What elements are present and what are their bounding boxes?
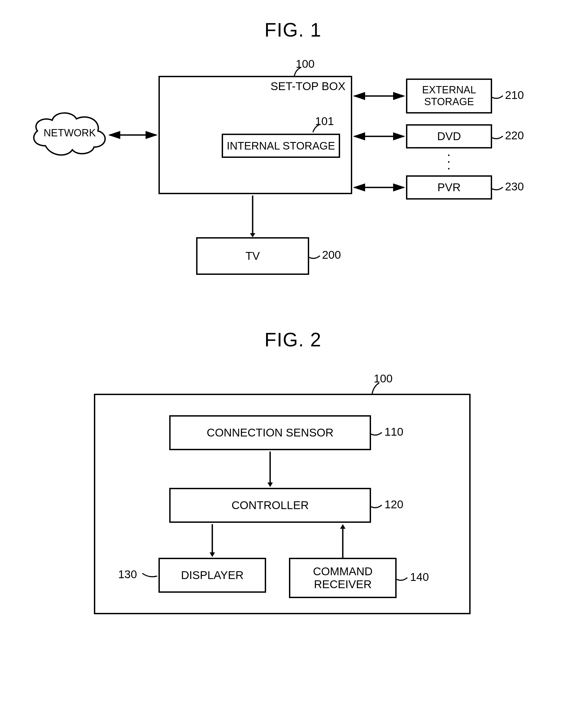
leader-220	[492, 132, 506, 143]
leader-130	[142, 571, 158, 581]
command-receiver-label: COMMAND RECEIVER	[313, 565, 373, 591]
external-storage-label: EXTERNAL STORAGE	[422, 84, 476, 108]
leader-200	[309, 252, 323, 263]
ref-230: 230	[505, 180, 524, 193]
figure-2-title: FIG. 2	[11, 329, 575, 351]
arrow-controller-displayer	[207, 523, 218, 561]
leader-101	[311, 124, 321, 137]
ref-220: 220	[505, 129, 524, 142]
arrow-settop-dvd	[352, 131, 406, 142]
controller-label: CONTROLLER	[231, 499, 309, 512]
set-top-box: SET-TOP BOX INTERNAL STORAGE	[158, 76, 352, 194]
leader-110	[371, 429, 384, 439]
ellipsis-dots: ···	[447, 151, 451, 171]
arrow-cmdrecv-controller	[337, 523, 348, 561]
arrow-settop-pvr	[352, 182, 406, 193]
figure-1-title: FIG. 1	[11, 19, 575, 41]
pvr-label: PVR	[437, 181, 461, 194]
arrow-network-settop	[107, 130, 161, 140]
displayer-label: DISPLAYER	[181, 569, 244, 582]
connection-sensor-box: CONNECTION SENSOR	[169, 415, 371, 450]
arrow-cs-controller	[265, 450, 276, 491]
leader-120	[371, 501, 384, 512]
set-top-box-label: SET-TOP BOX	[271, 80, 346, 93]
command-receiver-box: COMMAND RECEIVER	[289, 558, 397, 598]
ref-120: 120	[384, 498, 403, 511]
ref-130: 130	[118, 568, 137, 581]
leader-100	[293, 67, 303, 80]
arrow-settop-tv	[247, 194, 258, 240]
external-storage-box: EXTERNAL STORAGE	[406, 79, 492, 113]
fig2-leader-100	[371, 383, 380, 396]
figure-1-diagram: NETWORK SET-TOP BOX INTERNAL STORAGE 100…	[24, 54, 562, 296]
connection-sensor-label: CONNECTION SENSOR	[207, 426, 333, 439]
ref-110: 110	[384, 425, 403, 438]
network-cloud: NETWORK	[29, 108, 110, 159]
displayer-box: DISPLAYER	[158, 558, 266, 593]
leader-210	[492, 92, 506, 103]
network-label: NETWORK	[44, 127, 96, 139]
internal-storage-box: INTERNAL STORAGE	[222, 134, 340, 158]
pvr-box: PVR	[406, 175, 492, 200]
internal-storage-label: INTERNAL STORAGE	[227, 139, 335, 152]
tv-box: TV	[196, 237, 309, 275]
arrow-settop-extstorage	[352, 90, 406, 101]
tv-label: TV	[246, 250, 260, 262]
controller-box: CONTROLLER	[169, 488, 371, 523]
ref-210: 210	[505, 89, 524, 102]
dvd-label: DVD	[437, 130, 461, 143]
ref-200: 200	[322, 249, 341, 261]
figure-2-diagram: 100 CONNECTION SENSOR 110 CONTROLLER 120…	[24, 364, 562, 639]
ref-140: 140	[410, 571, 429, 583]
leader-230	[492, 183, 506, 194]
dvd-box: DVD	[406, 124, 492, 149]
leader-140	[397, 574, 410, 584]
